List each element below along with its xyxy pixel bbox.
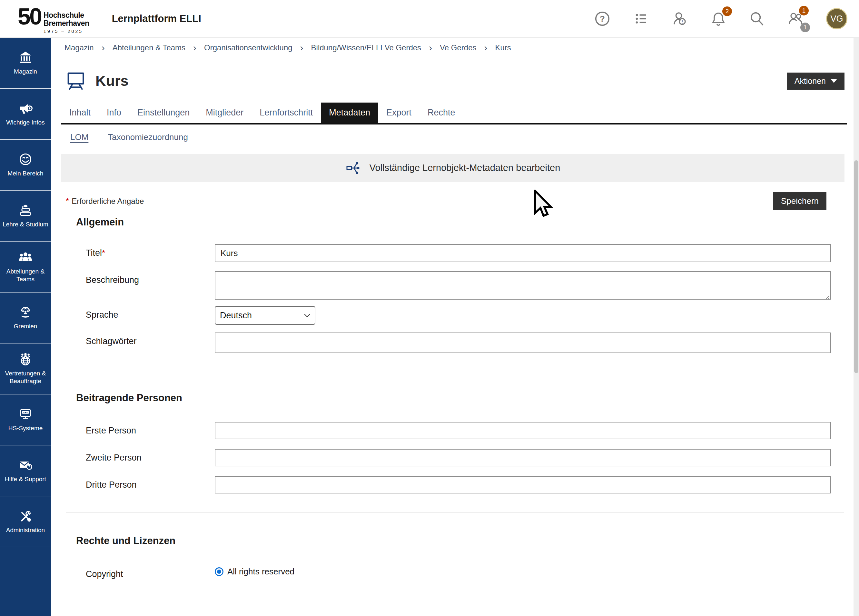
breadcrumb-item[interactable]: Bildung/Wissen/ELLI Ve Gerdes — [311, 43, 422, 52]
copyright-label: Copyright — [86, 565, 215, 579]
breadcrumb-item[interactable]: Magazin — [64, 43, 94, 52]
schlagwoerter-input[interactable] — [215, 333, 831, 353]
tab-rechte[interactable]: Rechte — [420, 103, 463, 123]
tab-lernfortschritt[interactable]: Lernfortschritt — [251, 103, 321, 123]
contacts-badge-total: 1 — [800, 23, 810, 32]
sidebar-item-magazin[interactable]: Magazin — [0, 38, 51, 89]
section-divider — [66, 512, 844, 513]
svg-text:?: ? — [600, 14, 605, 23]
sidebar-item-gremien[interactable]: Gremien — [0, 292, 51, 344]
actions-button-label: Aktionen — [795, 77, 826, 86]
tab-inhalt[interactable]: Inhalt — [61, 103, 99, 123]
sidebar-item-vertretungen[interactable]: Vertretungen & Beauftragte — [0, 344, 51, 394]
sidebar-item-mein-bereich[interactable]: Mein Bereich — [0, 140, 51, 191]
form-row-beschreibung: Beschreibung — [86, 271, 831, 301]
breadcrumb-separator: › — [484, 43, 487, 53]
course-icon — [66, 72, 86, 90]
tab-bar: Inhalt Info Einstellungen Mitglieder Ler… — [61, 103, 847, 125]
breadcrumb-item[interactable]: Abteilungen & Teams — [112, 43, 186, 52]
erste-person-input[interactable] — [215, 422, 831, 439]
banner-label: Vollständige Lernobjekt-Metadaten bearbe… — [370, 163, 561, 173]
scrollbar-track[interactable] — [854, 38, 859, 616]
form-row-dritte-person: Dritte Person — [86, 476, 831, 494]
books-graduation-icon — [19, 203, 33, 217]
sidebar-item-label: Administration — [6, 526, 45, 534]
bank-icon — [19, 50, 33, 64]
app-title: Lernplattform ELLI — [112, 13, 201, 25]
search-icon[interactable] — [749, 10, 765, 27]
sidebar-item-hs-systeme[interactable]: HS-Systeme — [0, 394, 51, 446]
subtab-bar: LOM Taxonomiezuordnung — [60, 132, 847, 142]
tab-info[interactable]: Info — [99, 103, 129, 123]
notifications-badge: 2 — [722, 6, 732, 16]
zweite-person-label: Zweite Person — [86, 449, 215, 463]
top-icon-group: ? ! — [594, 8, 847, 29]
sidebar-item-wichtige-infos[interactable]: Wichtige Infos — [0, 89, 51, 140]
sidebar-item-label: Gremien — [14, 322, 37, 330]
list-icon[interactable] — [633, 10, 650, 27]
breadcrumb-item[interactable]: Ve Gerdes — [440, 43, 476, 52]
scrollbar-thumb[interactable] — [854, 160, 858, 373]
university-logo[interactable]: 50 Hochschule Bremerhaven 1975 – 2025 — [18, 3, 89, 34]
breadcrumb-separator: › — [300, 43, 303, 53]
sprache-label: Sprache — [86, 306, 215, 320]
tab-einstellungen[interactable]: Einstellungen — [129, 103, 198, 123]
help-icon[interactable]: ? — [594, 10, 611, 27]
beschreibung-textarea[interactable] — [215, 271, 831, 300]
section-title-rechte: Rechte und Lizenzen — [76, 535, 847, 547]
smiley-icon — [19, 152, 33, 166]
breadcrumb-separator: › — [102, 43, 105, 53]
sidebar-item-abteilungen-teams[interactable]: Abteilungen & Teams — [0, 242, 51, 292]
main-content: Magazin › Abteilungen & Teams › Organisa… — [51, 38, 854, 616]
form-row-erste-person: Erste Person — [86, 422, 831, 439]
main-sidebar: Magazin Wichtige Infos Mein Bereich — [0, 38, 51, 616]
notifications-bell-icon[interactable]: 2 — [710, 10, 727, 27]
megaphone-icon — [19, 101, 33, 116]
breadcrumb-item[interactable]: Organisationsentwicklung — [204, 43, 292, 52]
subtab-lom[interactable]: LOM — [70, 132, 88, 142]
edit-full-metadata-banner[interactable]: Vollständige Lernobjekt-Metadaten bearbe… — [61, 154, 845, 182]
user-status-icon[interactable]: ! — [672, 10, 688, 27]
dritte-person-input[interactable] — [215, 476, 831, 494]
sidebar-item-hilfe-support[interactable]: ? Hilfe & Support — [0, 446, 51, 496]
dritte-person-label: Dritte Person — [86, 476, 215, 490]
zweite-person-input[interactable] — [215, 449, 831, 466]
breadcrumb-item[interactable]: Kurs — [495, 43, 511, 52]
actions-button[interactable]: Aktionen — [787, 73, 845, 90]
people-group-icon — [19, 250, 33, 264]
contacts-icon[interactable]: 1 1 — [787, 10, 804, 27]
logo-anniversary-number: 50 — [18, 6, 41, 27]
tab-mitglieder[interactable]: Mitglieder — [198, 103, 251, 123]
copyright-option-label: All rights reserved — [227, 567, 294, 577]
tab-export[interactable]: Export — [378, 103, 420, 123]
sidebar-item-label: Vertretungen & Beauftragte — [2, 370, 49, 385]
rights-form: Copyright All rights reserved — [60, 565, 847, 579]
tab-metadaten[interactable]: Metadaten — [321, 103, 378, 123]
sidebar-item-label: Lehre & Studium — [3, 220, 48, 228]
titel-input[interactable] — [215, 244, 831, 262]
save-button-label: Speichern — [781, 196, 819, 206]
svg-text:?: ? — [28, 465, 30, 470]
sidebar-item-label: Hilfe & Support — [5, 475, 46, 483]
copyright-radio[interactable] — [215, 567, 223, 576]
save-button[interactable]: Speichern — [773, 192, 826, 210]
sprache-select[interactable]: Deutsch — [215, 306, 315, 325]
svg-text:!: ! — [681, 19, 683, 25]
tools-icon — [19, 509, 33, 523]
metadata-form: Titel* Beschreibung Sprache Deutsch — [60, 244, 847, 353]
form-row-zweite-person: Zweite Person — [86, 449, 831, 466]
subtab-taxonomiezuordnung[interactable]: Taxonomiezuordnung — [108, 132, 188, 142]
sidebar-filler — [0, 547, 51, 616]
form-row-titel: Titel* — [86, 244, 831, 262]
sidebar-item-administration[interactable]: Administration — [0, 496, 51, 547]
beschreibung-label: Beschreibung — [86, 271, 215, 285]
logo-years: 1975 – 2025 — [44, 29, 89, 34]
required-asterisk: * — [102, 248, 105, 258]
sidebar-item-lehre-studium[interactable]: Lehre & Studium — [0, 191, 51, 242]
avatar[interactable]: VG — [826, 8, 847, 29]
form-actions-row: *Erforderliche Angabe Speichern — [60, 192, 847, 210]
sidebar-item-label: Magazin — [14, 68, 37, 75]
breadcrumb-separator: › — [193, 43, 196, 53]
globe-people-icon — [19, 352, 33, 366]
logo-line1: Hochschule — [44, 11, 89, 19]
